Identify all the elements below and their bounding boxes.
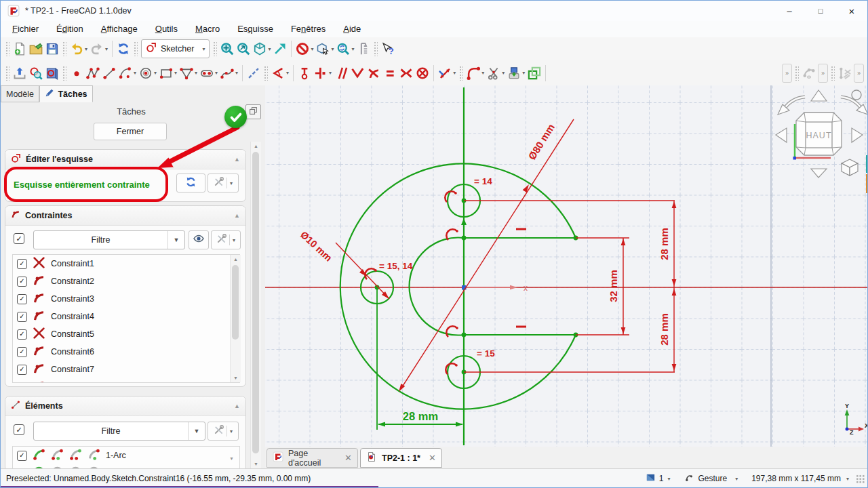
element-row[interactable]: ✓1-Arc	[13, 447, 239, 464]
fit-all-button[interactable]	[219, 39, 235, 58]
dropdown-arrow-icon[interactable]: ▾	[235, 70, 238, 76]
constraint-checkbox[interactable]: ✓	[17, 382, 27, 384]
measure-button[interactable]	[355, 39, 372, 58]
construction-button[interactable]	[245, 64, 262, 83]
section-constraints-header[interactable]: Contraintes ▲	[5, 206, 245, 226]
menu-item-esquisse[interactable]: Esquisse	[229, 21, 282, 37]
toolbar-grip[interactable]	[831, 66, 835, 81]
dropdown-arrow-icon[interactable]: ▾	[268, 46, 271, 52]
collapse-arrow-icon[interactable]: ▲	[234, 212, 240, 219]
angle-v-button[interactable]	[349, 64, 366, 83]
undo-button[interactable]: ▾	[68, 39, 89, 58]
extern-button[interactable]: ▾	[506, 64, 526, 83]
scroll-up-icon[interactable]: ▲	[231, 257, 241, 262]
dropdown-arrow-icon[interactable]: ▾	[481, 70, 484, 76]
tab-taches[interactable]: Tâches	[39, 85, 93, 102]
new-file-button[interactable]	[12, 39, 28, 58]
nav-cube-face-label[interactable]: HAUT	[806, 131, 831, 140]
chevron-down-icon[interactable]: ▾	[667, 476, 670, 482]
menu-item-fichier[interactable]: Fichier	[3, 21, 47, 37]
block-button[interactable]	[414, 64, 431, 83]
toolbar-overflow-button[interactable]: »	[818, 64, 828, 83]
dropdown-arrow-icon[interactable]: ▾	[453, 70, 456, 76]
toolbar-grip[interactable]	[795, 66, 799, 81]
chevron-down-icon[interactable]: ▼	[188, 422, 205, 440]
menu-item-aide[interactable]: Aide	[334, 21, 370, 37]
constraint-row[interactable]: ✓Constraint7	[13, 361, 239, 378]
parallel-button[interactable]	[333, 64, 349, 83]
tab-page-accueil[interactable]: Page d'accueil ✕	[267, 448, 358, 468]
tab-tp2-1[interactable]: TP2-1 : 1* ✕	[360, 448, 442, 468]
polyline-button[interactable]	[85, 64, 101, 83]
update-sketch-button[interactable]	[176, 174, 205, 192]
polygon-button[interactable]: ▾	[178, 64, 199, 83]
view-section-button[interactable]	[44, 64, 60, 83]
scroll-down-icon[interactable]: ▼	[231, 375, 241, 380]
float-panel-button[interactable]	[245, 104, 261, 119]
vh-button[interactable]: ▾	[313, 64, 333, 83]
bspline-button[interactable]: ▾	[219, 64, 239, 83]
circle-tool-button[interactable]: ▾	[138, 64, 158, 83]
view-sketch-button[interactable]	[28, 64, 44, 83]
trim-button[interactable]: ▾	[486, 64, 506, 83]
toolbar-overflow-button[interactable]: »	[782, 64, 792, 83]
box-zoom-button[interactable]	[272, 39, 288, 58]
constraints-list[interactable]: ✓Constraint1✓Constraint2✓Constraint3✓Con…	[12, 254, 240, 383]
cube-cursor-button[interactable]: ▾	[315, 39, 335, 58]
scrollbar-thumb[interactable]	[252, 152, 259, 453]
constraint-checkbox[interactable]: ✓	[17, 294, 27, 304]
layer-value[interactable]: 1	[659, 474, 664, 483]
workbench-selector[interactable]: Sketcher▾	[141, 39, 210, 58]
toolbar-grip[interactable]	[264, 66, 268, 81]
dropdown-arrow-icon[interactable]: ▾	[351, 46, 354, 52]
navigation-cube[interactable]: HAUT	[774, 87, 868, 182]
coincident-button[interactable]	[296, 64, 313, 83]
view-sync-button[interactable]: ▾	[335, 39, 355, 58]
chevron-down-icon[interactable]: ▾	[846, 476, 849, 482]
constraints-list-scrollbar[interactable]: ▲ ▼	[230, 255, 241, 382]
toolbar-grip[interactable]	[5, 66, 9, 81]
slot-button[interactable]: ▾	[199, 64, 219, 83]
minimize-button[interactable]: –	[774, 1, 805, 21]
elements-filter-combo[interactable]: Filtre ▼	[33, 422, 205, 441]
dropdown-arrow-icon[interactable]: ▾	[154, 70, 157, 76]
toolbar-grip[interactable]	[459, 66, 463, 81]
dropdown-arrow-icon[interactable]: ▾	[311, 46, 313, 52]
tab-modele[interactable]: Modèle	[1, 85, 39, 102]
section-elements-header[interactable]: Éléments ▲	[5, 396, 245, 416]
dropdown-arrow-icon[interactable]: ▾	[329, 70, 332, 76]
menu-item-fentres[interactable]: Fenêtres	[282, 21, 334, 37]
constraint-checkbox[interactable]: ✓	[17, 277, 27, 287]
constraint-row[interactable]: ✓Constraint5	[13, 325, 239, 343]
dropdown-arrow-icon[interactable]: ▾	[229, 235, 235, 245]
rectangle-button[interactable]: ▾	[158, 64, 178, 83]
sketch-tools-button[interactable]: ▾	[208, 174, 239, 192]
viewport-dimensions[interactable]: 197,38 mm x 117,45 mm	[751, 474, 841, 483]
toolbar-grip[interactable]	[374, 41, 378, 56]
toolbar-grip[interactable]	[134, 41, 138, 56]
close-icon[interactable]: ✕	[429, 453, 436, 463]
point-button[interactable]	[68, 64, 85, 83]
zoom-sel-button[interactable]	[235, 39, 252, 58]
leave-sketch-button[interactable]	[12, 64, 28, 83]
element-checkbox[interactable]: ✓	[17, 451, 27, 461]
constraint-row[interactable]: ✓Constraint2	[13, 272, 239, 290]
chevron-down-icon[interactable]: ▼	[167, 231, 184, 249]
chevron-down-icon[interactable]: ▾	[202, 46, 205, 52]
constraint-row[interactable]: ✓Constraint4	[13, 308, 239, 325]
maximize-button[interactable]: □	[805, 1, 836, 21]
constraint-row[interactable]: ✓Constraint3	[13, 290, 239, 308]
dropdown-arrow-icon[interactable]: ▾	[522, 70, 525, 76]
save-button[interactable]	[44, 39, 60, 58]
constraint-checkbox[interactable]: ✓	[17, 347, 27, 357]
scroll-down-icon[interactable]: ▼	[251, 462, 261, 466]
elements-list[interactable]: ✓1-Arc✓2-Cercle	[12, 446, 240, 468]
scrollbar-thumb[interactable]	[232, 265, 239, 340]
toolbar-grip[interactable]	[5, 41, 9, 56]
dropdown-arrow-icon[interactable]: ▾	[331, 46, 334, 52]
dropdown-arrow-icon[interactable]: ▾	[226, 178, 233, 188]
toolbar-overflow-button[interactable]: »	[854, 64, 864, 83]
dropdown-arrow-icon[interactable]: ▾	[215, 70, 218, 76]
dropdown-arrow-icon[interactable]: ▾	[85, 46, 87, 52]
constraints-filter-combo[interactable]: Filtre ▼	[33, 230, 185, 249]
